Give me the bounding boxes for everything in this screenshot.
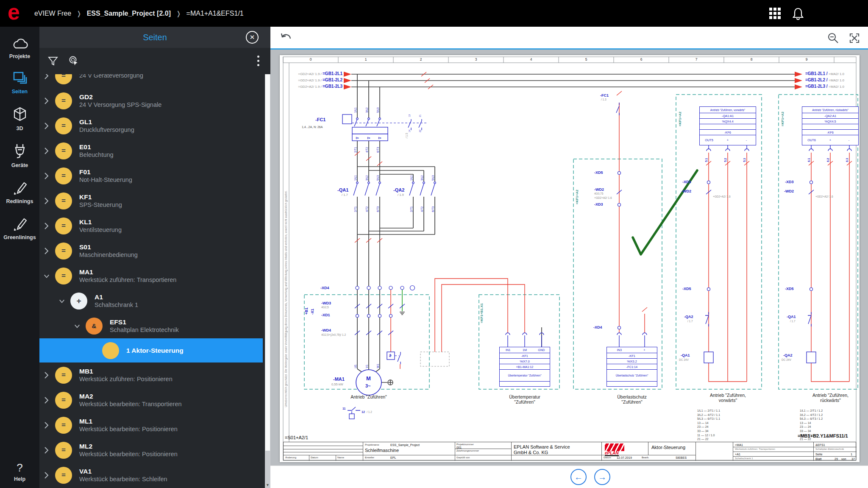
scrollbar-thumb[interactable] <box>265 74 270 451</box>
title-block: Änderung Datum Name Projektname ESS_Samp… <box>283 442 856 460</box>
structure-label: =KF1+B1.X1 <box>480 303 484 323</box>
chevron-down-icon[interactable] <box>74 322 80 330</box>
tree-item-ml2[interactable]: =ML2Werkstück bearbeiten: Positionieren <box>39 438 270 463</box>
chevron-right-icon[interactable] <box>44 371 50 379</box>
close-icon[interactable]: ✕ <box>246 31 259 44</box>
eplan-logo[interactable]: e <box>8 3 20 20</box>
tree-item-gl1[interactable]: =GL1Druckluftversorgung <box>39 113 270 138</box>
breadcrumb-project[interactable]: ESS_Sample_Project [2.0] <box>87 10 171 17</box>
svg-text:I>: I> <box>378 136 381 140</box>
chevron-right-icon[interactable] <box>44 97 50 105</box>
function-caption: Überlastschutz "Zuführen" <box>602 394 662 404</box>
fullscreen-icon[interactable] <box>849 32 860 44</box>
tree-item-label: KL1Ventilsteuerung <box>79 218 122 234</box>
tree-item-efs1[interactable]: &EFS1Schaltplan Elektrotechnik <box>39 313 270 338</box>
breadcrumb-app[interactable]: eVIEW Free <box>34 10 71 17</box>
motor-symbol <box>356 370 381 395</box>
svg-text:W1: W1 <box>376 364 379 368</box>
structure-label: +B1 <box>304 307 309 315</box>
rail-label: Seiten <box>12 89 28 95</box>
chevron-down-icon[interactable] <box>59 297 65 305</box>
page-badge: = <box>55 92 72 109</box>
rail-item-geraete[interactable]: Geräte <box>0 143 39 168</box>
rail-item-help[interactable]: ? Help <box>0 461 39 482</box>
cable-spec: 4G0,75 <box>594 192 603 195</box>
tree-item-s01[interactable]: =S01Maschinenbedienung <box>39 238 270 263</box>
filter-icon[interactable] <box>48 56 58 66</box>
svg-text:1/L1: 1/L1 <box>410 175 413 181</box>
chevron-right-icon[interactable] <box>44 471 50 479</box>
svg-text:4/T2: 4/T2 <box>420 206 423 212</box>
breadcrumb-page[interactable]: =MA1+A1&EFS1/1 <box>186 10 244 17</box>
rail-item-redlinings[interactable]: Redlinings <box>0 180 39 204</box>
more-options-icon[interactable] <box>256 54 261 68</box>
rail-item-3d[interactable]: 3D <box>0 106 39 131</box>
rail-item-greenlinings[interactable]: Greenlinings <box>0 216 39 240</box>
chevron-down-icon[interactable] <box>44 272 50 280</box>
tree-item-e01[interactable]: =E01Beleuchtung <box>39 138 270 163</box>
terminal-tag: -XD4 <box>320 286 329 290</box>
bell-icon[interactable] <box>792 7 804 20</box>
tree-item-ml1[interactable]: =ML1Werkstück bearbeiten: Positionieren <box>39 413 270 438</box>
pages-panel: Seiten ✕ =24 V Geräteversorgung=GD224 V … <box>39 27 270 488</box>
panel-toolbar <box>39 48 270 74</box>
tree-item-ma2[interactable]: =MA2Werkstück bearbeiten: Transportieren <box>39 388 270 413</box>
chevron-right-icon[interactable] <box>44 147 50 155</box>
chevron-right-icon[interactable] <box>44 222 50 230</box>
rail-label: Redlinings <box>6 198 33 204</box>
svg-text:3/L2: 3/L2 <box>365 107 368 113</box>
tree-item-f01[interactable]: =F01Not-Halt-Steuerung <box>39 163 270 188</box>
zoom-out-icon[interactable] <box>827 32 839 44</box>
svg-text:2/T1: 2/T1 <box>410 206 413 212</box>
select-pointer-icon[interactable] <box>68 56 79 67</box>
page-badge: = <box>55 117 72 134</box>
svg-text:2/T1: 2/T1 <box>354 206 357 212</box>
rail-item-projekte[interactable]: Projekte <box>0 38 39 59</box>
bus-label: =GD2+A2/ 1.9 / =GB1-2L1 <box>292 71 342 76</box>
page-badge: = <box>55 268 72 284</box>
svg-text:5.2: 5.2 <box>724 158 727 162</box>
chevron-right-icon[interactable] <box>44 247 50 255</box>
next-page-button[interactable]: → <box>594 469 610 485</box>
svg-text:I>: I> <box>367 136 370 140</box>
cable-src: +GD2+A2/ 1.6 <box>713 195 731 198</box>
schematic-page[interactable]: 1/L12/T1I>1/L12/T11/L12/T1U13/L24/T2I>3/… <box>280 55 860 462</box>
chevron-right-icon[interactable] <box>44 396 50 404</box>
scrollbar-down-arrow[interactable]: ▼ <box>265 483 270 487</box>
chevron-right-icon[interactable] <box>44 74 50 80</box>
tree-item-mb1[interactable]: =MB1Werkstück zuführen: Positionieren <box>39 363 270 388</box>
structure-label: =KF1+A2 <box>575 190 579 204</box>
panel-scrollbar[interactable]: ▼ <box>265 74 270 488</box>
svg-text:1/L1: 1/L1 <box>354 107 357 113</box>
chevron-right-icon[interactable] <box>44 122 50 130</box>
structure-label: =KF1+A2 <box>781 112 785 126</box>
previous-page-button[interactable]: ← <box>570 469 587 485</box>
tree-item-24-v-geräteversorgung[interactable]: =24 V Geräteversorgung <box>39 74 270 88</box>
tree-item-a1[interactable]: +A1Schaltschrank 1 <box>39 288 270 313</box>
svg-text:1/L1: 1/L1 <box>354 175 357 181</box>
rail-item-seiten[interactable]: Seiten <box>0 71 39 95</box>
chevron-right-icon[interactable] <box>44 197 50 205</box>
tree-item-gd2[interactable]: =GD224 V Versorgung SPS-Signale <box>39 88 270 113</box>
chevron-right-icon[interactable] <box>44 172 50 180</box>
tree-item-va1[interactable]: =VA1Werkstück bearbeiten: Schleifen <box>39 463 270 488</box>
tree-item-kf1[interactable]: =KF1SPS-Steuerung <box>39 188 270 213</box>
device-tag: -QA2 <box>393 187 404 193</box>
pages-tree: =24 V Geräteversorgung=GD224 V Versorgun… <box>39 74 270 488</box>
tree-item-kl1[interactable]: =KL1Ventilsteuerung <box>39 213 270 238</box>
tree-item-ma1[interactable]: =MA1Werkstück zuführen: Transportieren <box>39 263 270 288</box>
app-launcher-icon[interactable] <box>769 8 781 19</box>
top-bar: e eVIEW Free ❯ ESS_Sample_Project [2.0] … <box>0 0 868 27</box>
tree-item-label: GL1Druckluftversorgung <box>79 118 134 134</box>
chevron-right-icon[interactable] <box>44 421 50 429</box>
undo-icon[interactable] <box>280 32 292 44</box>
contact-crossref-list: 1/L1 — 2/T1 / 1.1 3/L2 — 4/T2 / 1.1 5/L3… <box>697 409 720 441</box>
schematic-viewport[interactable]: 1/L12/T1I>1/L12/T11/L12/T1U13/L24/T2I>3/… <box>270 51 868 466</box>
terminal-tag: -XD5 <box>682 287 691 291</box>
svg-text:21: 21 <box>419 114 421 117</box>
chevron-right-icon[interactable] <box>44 446 50 454</box>
page-badge: = <box>55 142 72 159</box>
tree-item-1-aktor-steuerung[interactable]: 1 Aktor-Steuerung <box>39 338 263 363</box>
page-badge: = <box>55 74 72 84</box>
rail-label: Projekte <box>9 53 30 59</box>
